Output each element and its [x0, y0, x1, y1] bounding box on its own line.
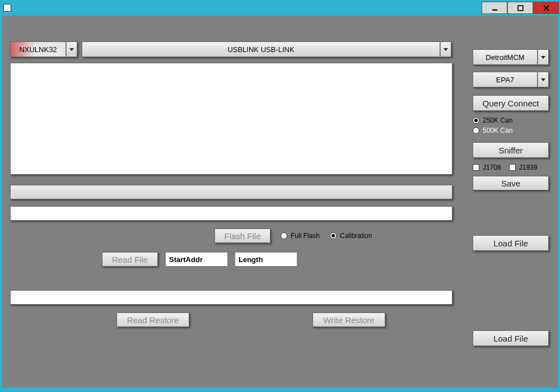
- file-path-input-2[interactable]: [10, 290, 452, 305]
- maximize-icon: [517, 5, 524, 11]
- right-panel: DetroitMCM EPA7 Query Connect 250K Can 5…: [473, 49, 549, 190]
- adapter-combo-label: NXULNK32: [10, 41, 66, 57]
- device-combo[interactable]: USBLINK USB-LINK: [82, 41, 451, 57]
- can-500k-label: 500K Can: [483, 127, 512, 134]
- chevron-down-icon: [538, 72, 549, 87]
- sniffer-button[interactable]: Sniffer: [473, 142, 549, 158]
- device-combo-label: USBLINK USB-LINK: [82, 41, 440, 57]
- read-restore-button[interactable]: Read Restore: [116, 312, 189, 327]
- maximize-button[interactable]: [507, 2, 533, 14]
- model-combo[interactable]: DetroitMCM: [473, 49, 549, 65]
- load-file-button-2[interactable]: Load File: [473, 330, 549, 346]
- output-textarea[interactable]: [10, 63, 452, 175]
- j1939-label: J1939: [519, 164, 538, 171]
- can-250k-radio[interactable]: 250K Can: [473, 116, 549, 124]
- checkbox-icon: [509, 164, 516, 171]
- radio-icon: [330, 232, 337, 239]
- full-flash-label: Full Flash: [291, 232, 320, 240]
- radio-icon: [473, 127, 479, 134]
- calibration-label: Calibration: [340, 232, 372, 240]
- radio-icon: [473, 117, 479, 124]
- model-combo-label: DetroitMCM: [473, 49, 538, 65]
- app-icon: [3, 4, 11, 12]
- start-addr-input[interactable]: [166, 253, 227, 266]
- load-file-button-1[interactable]: Load File: [473, 235, 549, 251]
- chevron-down-icon: [440, 41, 451, 57]
- checkbox-icon: [473, 164, 479, 171]
- flash-file-button[interactable]: Flash File: [214, 228, 270, 243]
- titlebar: [0, 0, 560, 16]
- query-connect-button[interactable]: Query Connect: [473, 95, 549, 111]
- full-flash-radio[interactable]: Full Flash: [281, 232, 320, 240]
- radio-icon: [281, 232, 287, 239]
- chevron-down-icon: [538, 49, 549, 65]
- j1939-checkbox[interactable]: J1939: [509, 164, 538, 171]
- chevron-down-icon: [66, 41, 77, 57]
- epa-combo[interactable]: EPA7: [473, 72, 549, 87]
- svg-rect-0: [492, 9, 497, 10]
- j1708-label: J1708: [483, 164, 501, 171]
- length-input[interactable]: [235, 253, 297, 266]
- j1708-checkbox[interactable]: J1708: [473, 164, 501, 171]
- file-path-input-1[interactable]: [10, 206, 452, 221]
- close-icon: [543, 5, 549, 11]
- adapter-combo[interactable]: NXULNK32: [10, 41, 77, 57]
- read-file-button[interactable]: Read File: [102, 252, 158, 267]
- save-button[interactable]: Save: [473, 176, 549, 190]
- can-250k-label: 250K Can: [483, 116, 512, 124]
- app-body: NXULNK32 USBLINK USB-LINK Flash File Ful…: [2, 16, 558, 388]
- minimize-button[interactable]: [482, 2, 507, 14]
- minimize-icon: [492, 5, 498, 11]
- calibration-radio[interactable]: Calibration: [330, 232, 372, 240]
- write-restore-button[interactable]: Write Restore: [312, 312, 385, 327]
- can-500k-radio[interactable]: 500K Can: [473, 127, 549, 134]
- progress-bar: [10, 185, 452, 199]
- epa-combo-label: EPA7: [473, 72, 538, 87]
- svg-rect-1: [518, 6, 523, 11]
- close-button[interactable]: [533, 2, 559, 14]
